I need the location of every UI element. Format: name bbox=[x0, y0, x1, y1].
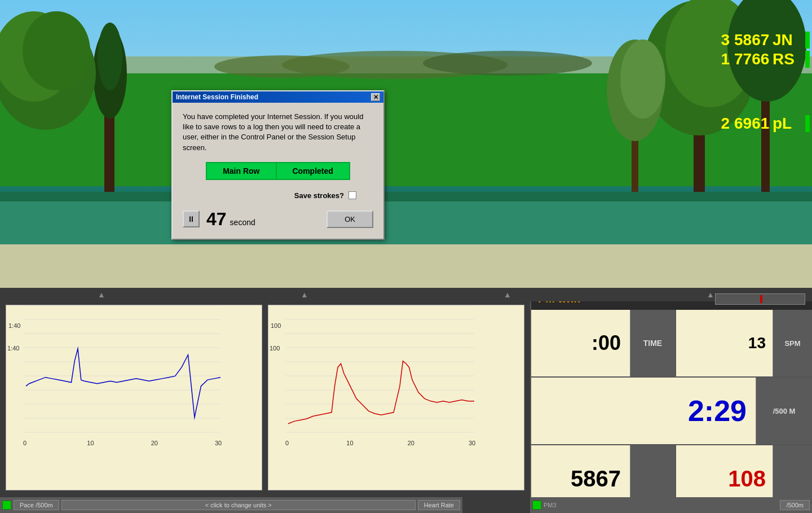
main-row-button[interactable]: Main Row bbox=[206, 162, 276, 180]
pm-panel: PM twin :00 TIME 13 SPM 2:29 bbox=[530, 288, 812, 513]
heart-rate-chart-container: 100 bbox=[268, 305, 524, 490]
pm-bottom-toolbar: PM3 /500m bbox=[530, 497, 812, 513]
arrow-tab-2[interactable]: ▲ bbox=[301, 290, 308, 299]
timer-value: 47 bbox=[206, 209, 227, 230]
pm-watts-value: 108 bbox=[728, 466, 766, 492]
toolbar-indicator bbox=[2, 501, 11, 510]
score-row-1: 3 5867 JN bbox=[713, 31, 812, 49]
svg-rect-3 bbox=[0, 186, 812, 192]
svg-point-10 bbox=[23, 11, 90, 90]
score-bar-2 bbox=[805, 51, 810, 68]
svg-point-18 bbox=[214, 55, 350, 78]
hr-chart-canvas bbox=[268, 305, 477, 446]
arrow-tab-1[interactable]: ▲ bbox=[98, 290, 105, 299]
pause-button[interactable]: ⏸ bbox=[183, 211, 200, 227]
pm-time-label: TIME bbox=[630, 310, 675, 376]
svg-point-7 bbox=[98, 23, 122, 90]
pm-pace-unit-label: /500 M bbox=[756, 378, 812, 444]
scoreboard: 3 5867 JN 1 7766 RS 2 6961 pL bbox=[713, 31, 812, 133]
charts-bottom-toolbar: Pace /500m < click to change units > Hea… bbox=[0, 497, 462, 513]
pm-time-value: :00 bbox=[592, 331, 621, 355]
score-bar-1 bbox=[805, 32, 810, 49]
arrow-tab-3[interactable]: ▲ bbox=[504, 290, 511, 299]
pm-toolbar-indicator bbox=[532, 501, 541, 510]
game-viewport: RS 3 5867 JN 1 7766 RS bbox=[0, 0, 812, 288]
score-row-2: 1 7766 RS bbox=[713, 50, 812, 68]
pm-spm-label: SPM bbox=[773, 310, 812, 376]
pm-spm-value: 13 bbox=[748, 334, 766, 352]
save-strokes-row: Save strokes? bbox=[183, 191, 373, 200]
pm-data-grid: :00 TIME 13 SPM 2:29 /500 M 5867 bbox=[531, 310, 812, 513]
pm-pace-value: 2:29 bbox=[688, 394, 747, 428]
svg-point-17 bbox=[423, 51, 592, 76]
score-row-3: 2 6961 pL bbox=[713, 115, 812, 133]
timer-display: 47 second bbox=[206, 209, 255, 230]
dialog-titlebar: Internet Session Finished ✕ bbox=[173, 91, 383, 103]
heart-rate-toolbar-button[interactable]: Heart Rate bbox=[418, 500, 460, 510]
pm-rate-button[interactable]: /500m bbox=[780, 500, 810, 510]
completed-button[interactable]: Completed bbox=[276, 162, 350, 180]
pm-progress-fill bbox=[760, 295, 762, 303]
arrow-tab-4[interactable]: ▲ bbox=[707, 290, 714, 299]
pace-y-label: 1:40 bbox=[8, 322, 20, 329]
pace-toolbar-button[interactable]: Pace /500m bbox=[14, 500, 59, 510]
pace-chart-container: 1:40 bbox=[6, 305, 262, 490]
pm-spm-cell: 13 bbox=[675, 310, 773, 376]
dialog-title: Internet Session Finished bbox=[176, 93, 258, 101]
timer-unit: second bbox=[230, 218, 255, 227]
pm-time-row: :00 TIME 13 SPM bbox=[531, 310, 812, 378]
dialog-message: You have completed your Internet Session… bbox=[183, 112, 373, 153]
pm-meters-value: 5867 bbox=[571, 466, 621, 492]
svg-point-21 bbox=[620, 40, 665, 119]
pm-time-cell: :00 bbox=[531, 310, 630, 376]
game-scenery: RS bbox=[0, 0, 812, 192]
bottom-panel: ▲ ▲ ▲ ▲ 1:40 100 Pace /500m < click to c… bbox=[0, 288, 812, 513]
score-bar-3 bbox=[805, 115, 810, 132]
internet-session-dialog: Internet Session Finished ✕ You have com… bbox=[171, 90, 385, 240]
pm-toolbar-pm-label: PM3 bbox=[544, 502, 557, 508]
pm-pace-cell: 2:29 bbox=[531, 378, 756, 444]
pm-pace-row: 2:29 /500 M bbox=[531, 378, 812, 445]
dialog-bottom-row: ⏸ 47 second OK bbox=[183, 209, 373, 230]
row-buttons-group: Main Row Completed bbox=[183, 162, 373, 180]
pace-chart-canvas bbox=[6, 305, 223, 446]
charts-section: 1:40 100 bbox=[0, 288, 530, 513]
save-strokes-checkbox[interactable] bbox=[348, 191, 356, 199]
pm-progress-bar bbox=[715, 293, 805, 305]
hr-y-label: 100 bbox=[271, 322, 281, 329]
arrow-tabs: ▲ ▲ ▲ ▲ bbox=[0, 288, 812, 301]
ok-button[interactable]: OK bbox=[326, 211, 373, 228]
units-toolbar-button[interactable]: < click to change units > bbox=[61, 500, 416, 510]
dialog-close-button[interactable]: ✕ bbox=[371, 93, 380, 101]
save-strokes-label: Save strokes? bbox=[294, 191, 344, 200]
dialog-body: You have completed your Internet Session… bbox=[173, 103, 383, 239]
